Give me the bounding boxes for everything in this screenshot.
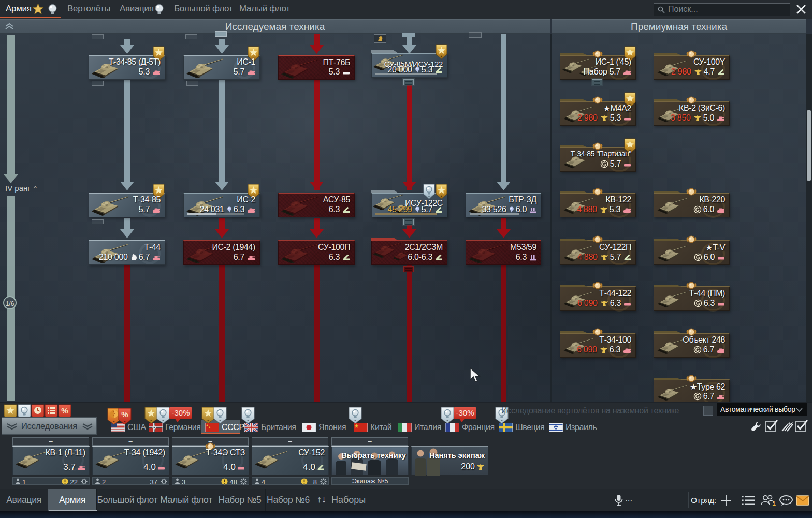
svg-text:%: %: [61, 406, 68, 415]
svg-text:%: %: [121, 410, 128, 419]
